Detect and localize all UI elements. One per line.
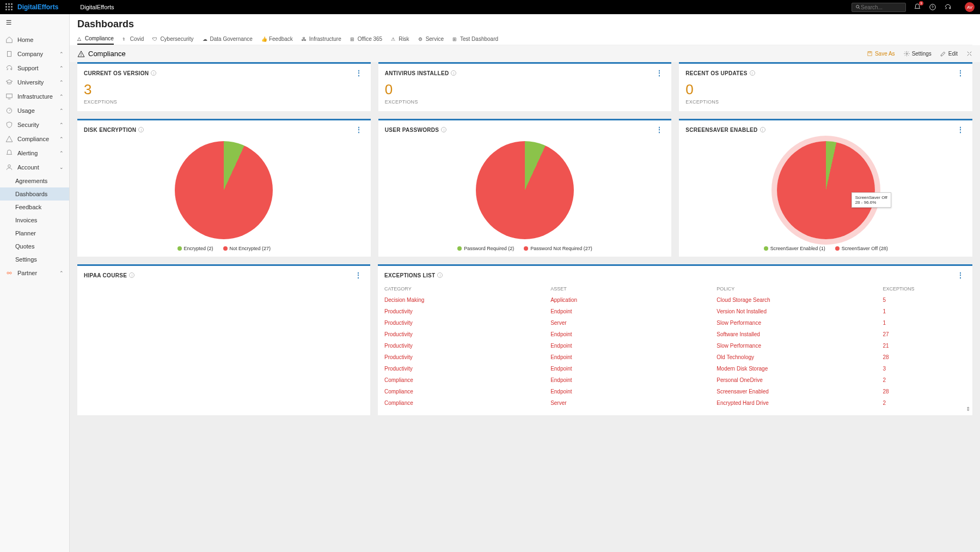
sidebar-item-partner[interactable]: Partner ⌃ (0, 266, 69, 280)
card-menu-icon[interactable]: ⋮ (654, 126, 665, 134)
sidebar-item-account[interactable]: Account ⌄ (0, 160, 69, 174)
table-row[interactable]: Decision MakingApplicationCloud Storage … (384, 294, 966, 306)
sidebar-label: Usage (17, 107, 35, 114)
info-icon[interactable]: i (138, 127, 144, 132)
info-icon[interactable]: i (750, 70, 755, 76)
sidebar-item-security[interactable]: Security⌃ (0, 118, 69, 132)
user-icon (5, 163, 13, 171)
info-icon[interactable]: i (129, 272, 134, 278)
table-row[interactable]: ProductivityEndpointModern Disk Storage3 (384, 363, 966, 374)
chevron-up-icon: ⌃ (59, 94, 64, 99)
sidebar-sub-dashboards[interactable]: Dashboards (0, 187, 69, 201)
tab-infrastructure[interactable]: 🖧Infrastructure (302, 33, 341, 45)
tenant-name: DigitalEfforts (80, 4, 114, 10)
brand-logo: DigitalEfforts (17, 3, 58, 11)
shield-icon (5, 121, 13, 129)
table-row[interactable]: ComplianceEndpointScreensaver Enabled28 (384, 386, 966, 397)
content: Dashboards △Compliance⚕Covid🛡Cybersecuri… (70, 14, 980, 552)
chevron-up-icon: ⌃ (59, 150, 64, 156)
svg-point-2 (930, 4, 936, 10)
page-title: Dashboards (77, 19, 972, 30)
grad-icon (5, 78, 13, 86)
search-input[interactable] (861, 4, 899, 10)
notifications-icon[interactable]: 3 (914, 3, 921, 11)
sidebar-label: Company (17, 51, 43, 57)
tab-icon: ⚠ (391, 37, 396, 42)
tab-office-365[interactable]: ⊞Office 365 (350, 33, 382, 45)
save-as-button[interactable]: Save As (867, 51, 895, 57)
pie-chart (476, 141, 574, 239)
expand-button[interactable] (966, 51, 972, 57)
edit-button[interactable]: Edit (940, 51, 958, 57)
tab-covid[interactable]: ⚕Covid (122, 33, 144, 45)
card-os-version: CURRENT OS VERSIONi⋮ 3EXCEPTIONS (77, 62, 371, 111)
tab-icon: 🛡 (152, 37, 158, 42)
info-icon[interactable]: i (451, 70, 456, 76)
tab-data-governance[interactable]: ☁Data Governance (203, 33, 253, 45)
card-menu-icon[interactable]: ⋮ (654, 69, 665, 77)
svg-rect-8 (7, 94, 13, 98)
info-icon[interactable]: i (437, 272, 443, 278)
card-menu-icon[interactable]: ⋮ (955, 126, 966, 134)
table-row[interactable]: ProductivityEndpointVersion Not Installe… (384, 306, 966, 317)
monitor-icon (5, 93, 13, 100)
tab-cybersecurity[interactable]: 🛡Cybersecurity (152, 33, 193, 45)
sidebar-item-infrastructure[interactable]: Infrastructure⌃ (0, 89, 69, 104)
sidebar-sub-feedback[interactable]: Feedback (0, 201, 69, 214)
table-row[interactable]: ComplianceEndpointPersonal OneDrive2 (384, 374, 966, 386)
avatar[interactable]: AV (965, 2, 975, 12)
sidebar-toggle[interactable] (0, 14, 69, 33)
legend-dot (524, 246, 528, 251)
info-icon[interactable]: i (760, 127, 765, 132)
sidebar-sub-settings[interactable]: Settings (0, 253, 69, 266)
card-menu-icon[interactable]: ⋮ (955, 271, 966, 279)
tabs: △Compliance⚕Covid🛡Cybersecurity☁Data Gov… (77, 33, 972, 45)
headset-icon (5, 64, 13, 72)
legend-dot (457, 246, 462, 251)
sidebar-item-company[interactable]: Company⌃ (0, 47, 69, 61)
sidebar-sub-planner[interactable]: Planner (0, 227, 69, 240)
sidebar-item-usage[interactable]: Usage⌃ (0, 104, 69, 118)
sidebar-sub-agreements[interactable]: Agreements (0, 174, 69, 187)
search-box[interactable] (852, 3, 906, 12)
headset-icon[interactable] (944, 3, 952, 11)
tab-feedback[interactable]: 👍Feedback (261, 33, 293, 45)
building-icon (5, 50, 13, 58)
sidebar-label: Partner (17, 270, 37, 276)
tab-compliance[interactable]: △Compliance (77, 33, 114, 45)
table-row[interactable]: ProductivityServerSlow Performance1 (384, 317, 966, 329)
scroll-handle-icon[interactable]: ⇕ (966, 406, 970, 412)
card-menu-icon[interactable]: ⋮ (955, 69, 966, 77)
tab-icon: ⊞ (350, 37, 356, 42)
sidebar-sub-quotes[interactable]: Quotes (0, 240, 69, 253)
info-icon[interactable]: i (441, 127, 446, 132)
tab-risk[interactable]: ⚠Risk (391, 33, 409, 45)
tab-service[interactable]: ⚙Service (418, 33, 444, 45)
info-icon[interactable]: i (151, 70, 156, 76)
sidebar-label: Support (17, 65, 39, 71)
svg-point-13 (10, 272, 11, 274)
table-row[interactable]: ComplianceServerEncrypted Hard Drive2 (384, 397, 966, 409)
legend-dot (835, 246, 840, 251)
sidebar-label: Security (17, 122, 39, 128)
sidebar-item-home[interactable]: Home (0, 33, 69, 47)
card-menu-icon[interactable]: ⋮ (353, 271, 364, 279)
settings-button[interactable]: Settings (904, 51, 932, 57)
sidebar-item-compliance[interactable]: Compliance⌃ (0, 132, 69, 146)
legend-item: ScreenSaver Off (28) (835, 246, 888, 251)
sidebar-sub-invoices[interactable]: Invoices (0, 214, 69, 227)
sidebar-item-university[interactable]: University⌃ (0, 75, 69, 89)
sidebar-item-support[interactable]: Support⌃ (0, 61, 69, 75)
table-row[interactable]: ProductivityEndpointSoftware Installed27 (384, 329, 966, 340)
help-icon[interactable] (929, 3, 936, 11)
card-menu-icon[interactable]: ⋮ (353, 126, 364, 134)
tab-test-dashboard[interactable]: ⊞Test Dashboard (452, 33, 498, 45)
tab-icon: 🖧 (302, 37, 307, 42)
subtitle: Compliance (88, 50, 126, 58)
card-menu-icon[interactable]: ⋮ (353, 69, 364, 77)
table-row[interactable]: ProductivityEndpointOld Technology28 (384, 351, 966, 363)
apps-icon[interactable] (5, 3, 13, 11)
table-row[interactable]: ProductivityEndpointSlow Performance21 (384, 340, 966, 351)
sidebar-label: Infrastructure (17, 93, 53, 100)
sidebar-item-alerting[interactable]: Alerting⌃ (0, 146, 69, 160)
